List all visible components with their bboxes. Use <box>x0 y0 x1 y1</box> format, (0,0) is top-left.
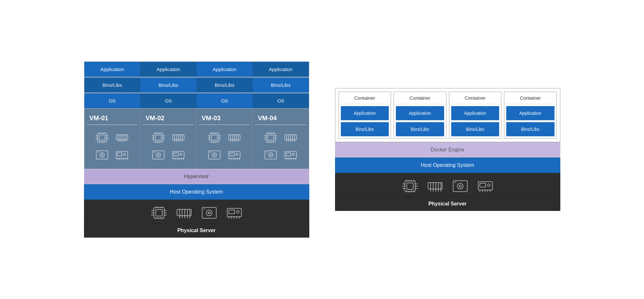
cpu-icon-4 <box>262 131 279 144</box>
svg-point-149 <box>270 154 271 156</box>
vm-02-icons-bot <box>143 148 194 162</box>
os-cell-4: OS <box>253 93 309 108</box>
container-app-4: Application <box>506 106 555 120</box>
phys-cpu-icon-d <box>400 177 420 195</box>
physical-server-label-docker: Physical Server <box>335 197 560 211</box>
bins-cell-1: Bins/Libs <box>84 77 141 93</box>
svg-rect-32 <box>117 153 122 156</box>
svg-point-68 <box>156 153 161 157</box>
svg-point-153 <box>292 153 294 155</box>
vm-01-icons-bot <box>87 148 138 162</box>
svg-point-109 <box>214 154 215 156</box>
vm-box-4: VM-04 <box>253 109 309 169</box>
svg-rect-1 <box>99 135 105 140</box>
phys-cpu-icon <box>149 204 169 222</box>
svg-rect-231 <box>480 183 486 187</box>
vm-04-icons-bot <box>255 148 306 162</box>
vm-02-label: VM-02 <box>143 112 194 125</box>
cpu-icon-3 <box>206 131 223 144</box>
svg-point-189 <box>208 212 210 214</box>
svg-rect-41 <box>155 135 161 140</box>
ram-icon <box>114 131 130 144</box>
svg-rect-215 <box>428 183 442 189</box>
physical-icons-vm <box>84 200 309 223</box>
vm-04-icons-top <box>255 131 306 144</box>
container-bins-2: Bins/Libs <box>396 122 444 136</box>
vm-03-icons-top <box>199 131 250 144</box>
vm-03-label: VM-03 <box>199 112 250 125</box>
hypervisor-bar: Hypervisor <box>84 169 309 184</box>
container-col-2: Container Application Bins/Libs <box>394 92 446 139</box>
container-bins-1: Bins/Libs <box>341 122 389 136</box>
vm-04-label: VM-04 <box>255 112 306 125</box>
container-col-4: Container Application Bins/Libs <box>504 92 557 139</box>
svg-point-232 <box>488 184 490 186</box>
container-app-2: Application <box>396 106 444 120</box>
os-cell-3: OS <box>197 93 253 108</box>
svg-point-28 <box>100 153 104 157</box>
container-bins-3: Bins/Libs <box>451 122 499 136</box>
container-label-4: Container <box>504 92 556 104</box>
svg-rect-199 <box>405 181 415 191</box>
svg-point-228 <box>459 185 461 187</box>
physical-section-vm: Physical Server <box>84 200 309 238</box>
cpu-icon <box>94 131 110 144</box>
disk-icon-3 <box>206 148 223 162</box>
phys-ram-icon-d <box>425 177 445 195</box>
container-label-2: Container <box>394 92 446 104</box>
os-row: OS OS OS OS <box>84 93 309 109</box>
physical-server-label-vm: Physical Server <box>84 223 309 238</box>
svg-point-113 <box>236 153 238 155</box>
os-cell-2: OS <box>140 93 197 108</box>
phys-ram-icon <box>174 204 194 222</box>
container-app-3: Application <box>451 106 499 120</box>
svg-point-29 <box>101 154 103 156</box>
vm-03-icons-bot <box>199 148 250 162</box>
vm-box-2: VM-02 <box>140 109 197 169</box>
svg-rect-80 <box>210 133 219 142</box>
svg-rect-191 <box>227 208 241 217</box>
app-cell-4: Application <box>253 62 309 77</box>
container-grid: Container Application Bins/Libs Containe… <box>335 88 560 142</box>
svg-point-33 <box>124 153 126 155</box>
svg-point-73 <box>180 153 182 155</box>
ram-icon-2 <box>170 131 187 144</box>
svg-rect-230 <box>478 182 492 190</box>
vm-01-icons-top <box>87 131 138 144</box>
vm-diagram: Application Application Application Appl… <box>84 61 309 238</box>
bins-cell-3: Bins/Libs <box>197 77 253 93</box>
svg-rect-176 <box>177 209 191 216</box>
container-label-3: Container <box>449 92 501 104</box>
host-os-bar-docker: Host Operating System <box>335 158 560 173</box>
gpu-icon-2 <box>170 148 187 162</box>
svg-rect-161 <box>156 210 162 216</box>
bins-cell-4: Bins/Libs <box>253 77 309 93</box>
svg-rect-121 <box>268 135 274 140</box>
vm-box-3: VM-03 <box>197 109 253 169</box>
svg-point-148 <box>268 153 273 157</box>
physical-section-docker: Physical Server <box>335 173 560 211</box>
vm-boxes: VM-01 VM-02 <box>84 109 309 169</box>
container-bins-4: Bins/Libs <box>506 122 555 136</box>
disk-icon <box>94 148 110 162</box>
bins-row: Bins/Libs Bins/Libs Bins/Libs Bins/Libs <box>84 77 309 93</box>
os-cell-1: OS <box>84 93 141 108</box>
svg-rect-72 <box>174 153 178 156</box>
host-os-bar-vm: Host Operating System <box>84 184 309 200</box>
container-col-1: Container Application Bins/Libs <box>339 92 391 139</box>
container-label-1: Container <box>339 92 391 104</box>
svg-rect-152 <box>286 153 291 156</box>
cpu-icon-2 <box>150 131 167 144</box>
svg-rect-192 <box>229 210 235 214</box>
gpu-icon-4 <box>282 148 299 162</box>
svg-rect-112 <box>230 153 234 156</box>
svg-point-188 <box>206 210 212 216</box>
docker-engine-bar: Docker Engine <box>335 142 560 158</box>
ram-icon-4 <box>282 131 299 144</box>
gpu-icon-3 <box>226 148 243 162</box>
phys-disk-icon-d <box>451 177 470 195</box>
svg-point-108 <box>212 153 217 157</box>
disk-icon-2 <box>150 148 167 162</box>
vm-01-label: VM-01 <box>87 112 138 125</box>
disk-icon-4 <box>262 148 279 162</box>
